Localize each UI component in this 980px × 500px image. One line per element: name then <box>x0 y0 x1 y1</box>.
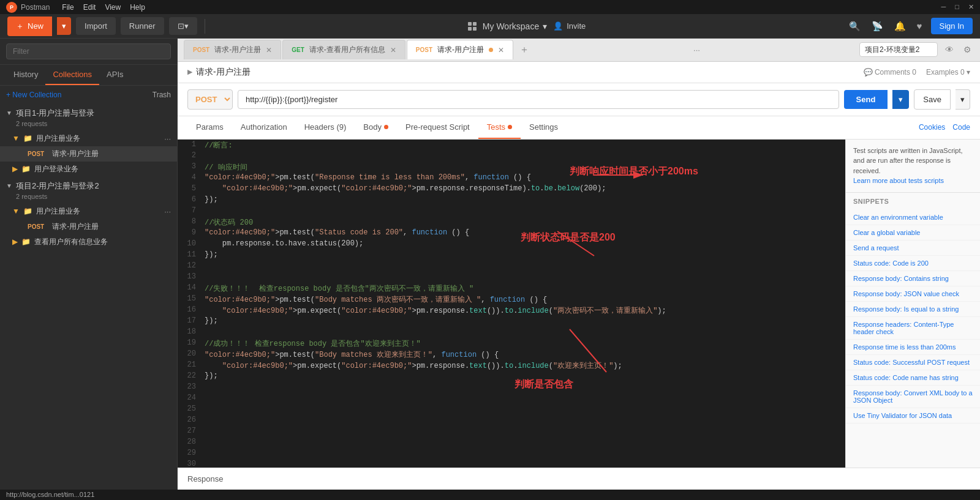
menu-help[interactable]: Help <box>130 3 145 12</box>
code-line: 30 <box>178 459 845 468</box>
folder-arrow-2: ▶ <box>12 165 18 173</box>
search-icon-btn[interactable]: 🔍 <box>846 18 863 34</box>
examples-label[interactable]: Examples 0 ▾ <box>926 68 970 76</box>
tab-close-2[interactable]: ✕ <box>390 46 396 54</box>
toolbar-right: 🔍 📡 🔔 ♥ Sign In <box>846 18 973 34</box>
nav-tab-tests[interactable]: Tests <box>478 116 521 139</box>
snippet-item[interactable]: Clear a global variable <box>846 225 980 241</box>
nav-tab-headers[interactable]: Headers (9) <box>296 116 355 139</box>
folder-symbol-3: 📁 <box>23 207 32 215</box>
snippet-item[interactable]: Response headers: Content-Type header ch… <box>846 317 980 340</box>
project-header-2[interactable]: ▼ 项目2-用户注册与登录2 <box>6 181 171 192</box>
eye-icon-btn[interactable]: 👁 <box>943 42 956 57</box>
folder-arrow-4: ▶ <box>12 237 18 246</box>
send-button[interactable]: Send <box>844 90 888 109</box>
sidebar-tab-history[interactable]: History <box>6 65 45 85</box>
nav-tab-body[interactable]: Body <box>355 116 397 139</box>
runner-button[interactable]: Runner <box>121 17 164 35</box>
code-link[interactable]: Code <box>952 123 970 132</box>
tab-method-3: POST <box>416 47 432 53</box>
add-tab-button[interactable]: ＋ <box>514 43 534 56</box>
nav-tab-prerequest[interactable]: Pre-request Script <box>397 116 478 139</box>
postman-icon: P <box>6 2 17 13</box>
import-button[interactable]: Import <box>76 17 116 35</box>
response-label: Response <box>187 474 224 483</box>
send-dropdown-button[interactable]: ▾ <box>892 90 909 109</box>
project-name-2: 项目2-用户注册与登录2 <box>16 181 99 192</box>
folder-header-3[interactable]: ▼ 📁 用户注册业务 <box>12 206 80 217</box>
new-button[interactable]: ＋ New <box>7 17 52 36</box>
snippet-item[interactable]: Response body: Is equal to a string <box>846 302 980 317</box>
project-header[interactable]: ▼ 项目1-用户注册与登录 <box>6 108 171 119</box>
code-line: 19//成功！！！ 检查response body 是否包含"欢迎来到主页！" <box>178 338 845 349</box>
req-tab-3[interactable]: POST 请求-用户注册 ✕ <box>407 40 513 59</box>
snippet-item[interactable]: Use Tiny Validator for JSON data <box>846 408 980 424</box>
code-line: 21 "color:#4ec9b0;">pm.expect("color:#4e… <box>178 360 845 371</box>
cookies-link[interactable]: Cookies <box>919 123 945 132</box>
tab-close-3[interactable]: ✕ <box>498 46 504 54</box>
request-item-2[interactable]: POST 请求-用户注册 <box>0 219 177 234</box>
snippet-item[interactable]: Clear an environment variable <box>846 210 980 225</box>
code-line: 20"color:#4ec9b0;">pm.test("Body matches… <box>178 349 845 360</box>
req-tab-1[interactable]: POST 请求-用户注册 ✕ <box>184 40 281 59</box>
heart-icon-btn[interactable]: ♥ <box>914 18 925 34</box>
new-collection-button[interactable]: + New Collection <box>6 91 61 99</box>
folder-name-3: 用户注册业务 <box>36 206 80 217</box>
capture-button[interactable]: ⊡▾ <box>169 17 197 35</box>
sidebar-content: ▼ 项目1-用户注册与登录 2 requests ▼ 📁 用户注册业务 ··· <box>0 104 177 490</box>
snippet-item[interactable]: Status code: Successful POST request <box>846 355 980 370</box>
trash-button[interactable]: Trash <box>153 91 171 99</box>
tab-more-button[interactable]: ··· <box>690 45 704 54</box>
folder-item-4: ▶ 📁 查看用户所有信息业务 <box>0 234 177 250</box>
code-line: 7 <box>178 206 845 217</box>
folder-header-4[interactable]: ▶ 📁 查看用户所有信息业务 <box>12 237 108 247</box>
folder-dots-3[interactable]: ··· <box>164 207 171 216</box>
req-tab-2[interactable]: GET 请求-查看用户所有信息 ✕ <box>282 40 405 59</box>
code-line: 14//失败！！！ 检查response body 是否包含"两次密码不一致，请… <box>178 283 845 294</box>
gear-icon-btn[interactable]: ⚙ <box>961 42 974 57</box>
snippet-item[interactable]: Send a request <box>846 241 980 256</box>
filter-input[interactable] <box>6 43 171 59</box>
sidebar-tab-apis[interactable]: APIs <box>99 65 130 85</box>
learn-link[interactable]: Learn more about tests scripts <box>853 177 944 184</box>
invite-button[interactable]: 👤 Invite <box>553 21 586 31</box>
request-item[interactable]: POST 请求-用户注册 <box>0 146 177 162</box>
code-editor[interactable]: 1//断言:23// 响应时间4"color:#4ec9b0;">pm.test… <box>178 140 845 468</box>
url-input[interactable] <box>238 90 839 109</box>
snippet-item[interactable]: Response body: Contains string <box>846 271 980 286</box>
snippet-item[interactable]: Response body: JSON value check <box>846 286 980 302</box>
folder-header-2[interactable]: ▶ 📁 用户登录业务 <box>12 164 78 174</box>
nav-tab-settings[interactable]: Settings <box>521 116 567 139</box>
sidebar-tab-collections[interactable]: Collections <box>45 65 99 85</box>
sidebar: History Collections APIs + New Collectio… <box>0 39 178 490</box>
minimize-btn[interactable]: ─ <box>941 3 946 11</box>
nav-tab-params[interactable]: Params <box>187 116 232 139</box>
comments-label[interactable]: 💬 Comments 0 <box>864 68 916 76</box>
menu-view[interactable]: View <box>105 3 121 12</box>
env-dropdown[interactable]: 项目2-环境变量2 <box>859 42 938 57</box>
menu-bar: File Edit View Help <box>62 3 145 12</box>
workspace-button[interactable]: My Workspace ▾ <box>468 21 547 31</box>
new-dropdown-button[interactable]: ▾ <box>57 17 71 35</box>
method-select[interactable]: POST <box>187 89 233 110</box>
notification-icon-btn[interactable]: 🔔 <box>892 18 908 34</box>
folder-dots-menu[interactable]: ··· <box>164 134 171 143</box>
window-controls[interactable]: ─ □ ✕ <box>941 3 974 11</box>
snippet-item[interactable]: Status code: Code is 200 <box>846 256 980 271</box>
menu-edit[interactable]: Edit <box>83 3 96 12</box>
snippet-item[interactable]: Response body: Convert XML body to a JSO… <box>846 386 980 408</box>
snippet-item[interactable]: Status code: Code name has string <box>846 370 980 386</box>
maximize-btn[interactable]: □ <box>955 3 959 11</box>
folder-header[interactable]: ▼ 📁 用户注册业务 <box>12 133 80 144</box>
request-tabs: POST 请求-用户注册 ✕ GET 请求-查看用户所有信息 ✕ POST 请求… <box>178 39 980 62</box>
nav-tab-auth[interactable]: Authorization <box>232 116 296 139</box>
signin-button[interactable]: Sign In <box>931 18 973 34</box>
settings-icon-btn[interactable]: 📡 <box>869 18 886 34</box>
save-button[interactable]: Save <box>914 89 951 110</box>
save-dropdown-button[interactable]: ▾ <box>956 89 970 110</box>
close-btn[interactable]: ✕ <box>968 3 974 11</box>
tab-close-1[interactable]: ✕ <box>266 46 272 54</box>
snippet-item[interactable]: Response time is less than 200ms <box>846 340 980 355</box>
menu-file[interactable]: File <box>62 3 74 12</box>
code-line: 24 <box>178 393 845 404</box>
